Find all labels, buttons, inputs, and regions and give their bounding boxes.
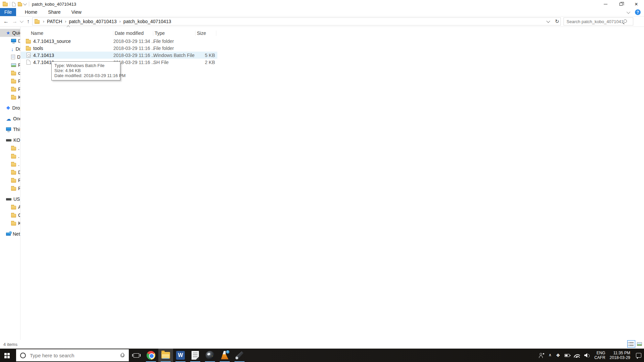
clock[interactable]: 11:35 PM 2018-03-29 [610, 351, 630, 360]
restore-button[interactable] [613, 0, 629, 8]
up-arrow-icon[interactable]: ↑ [27, 19, 30, 24]
file-row[interactable]: 4.7.10413_source2018-03-29 11:34 ...File… [21, 38, 217, 45]
address-dropdown-chevron-icon[interactable] [546, 19, 550, 23]
taskbar-app-sphere[interactable] [203, 349, 217, 362]
sidebar-item-p[interactable]: P [0, 184, 20, 192]
language-indicator[interactable]: ENG CAFR [594, 351, 605, 360]
action-center-icon[interactable] [636, 353, 641, 358]
sidebar-item-thispc[interactable]: This PC [0, 125, 20, 133]
ribbon-collapse-chevron-icon[interactable] [627, 10, 630, 13]
sidebar-item-[interactable]: . [0, 144, 20, 152]
taskbar-search[interactable] [16, 349, 129, 361]
current-folder-icon [35, 20, 40, 24]
taskbar-app-notepad[interactable] [188, 349, 203, 362]
taskbar-app-horn[interactable] [232, 349, 247, 362]
sidebar-item-label: Pictures [18, 62, 20, 68]
sidebar-item-k[interactable]: K [0, 219, 20, 227]
sidebar-item-c[interactable]: C [0, 211, 20, 219]
column-header-size[interactable]: Size [196, 31, 216, 36]
tab-home[interactable]: Home [19, 8, 43, 16]
file-name: tools [33, 46, 43, 51]
search-input[interactable] [564, 19, 623, 24]
sidebar-item-label: K [18, 221, 20, 226]
taskbar-app-explorer[interactable] [158, 349, 173, 362]
tooltip-line: Date modified: 2018-03-29 11:16 PM [54, 73, 117, 78]
microphone-icon[interactable] [120, 353, 124, 358]
sidebar-item-documents[interactable]: Documents [0, 53, 20, 61]
forward-arrow-icon[interactable]: → [12, 19, 17, 24]
sidebar-item-c[interactable]: c [0, 69, 20, 77]
refresh-icon[interactable]: ↻ [555, 18, 559, 24]
recent-locations-chevron-icon[interactable] [20, 19, 23, 23]
sidebar-item-k[interactable]: K [0, 93, 20, 101]
sidebar-item-pictures[interactable]: Pictures [0, 61, 20, 69]
minimize-button[interactable] [598, 0, 613, 8]
taskbar-app-word[interactable]: W [173, 349, 188, 362]
explorer-icon [161, 352, 170, 359]
tab-file[interactable]: File [0, 8, 16, 16]
back-arrow-icon[interactable]: ← [3, 19, 9, 24]
sidebar-item-a[interactable]: A [0, 203, 20, 211]
address-bar-row: ← → ↑ ›PATCH›patch_kobo_40710413›patch_k… [0, 16, 644, 27]
taskbar-app-chrome[interactable] [144, 349, 158, 362]
column-header-type[interactable]: Type [153, 31, 196, 36]
sidebar-item-onedrive[interactable]: ☁OneDrive [0, 115, 20, 123]
breadcrumb-item[interactable]: patch_kobo_40710413 [67, 19, 118, 24]
large-icons-view-button[interactable] [635, 340, 643, 348]
dropbox-icon: ❖ [6, 106, 10, 110]
people-icon[interactable] [539, 353, 544, 358]
sidebar-item-quickaccess[interactable]: ★Quick access [0, 29, 20, 37]
sidebar-item-[interactable]: . [0, 152, 20, 160]
sidebar-item-p[interactable]: P [0, 176, 20, 184]
check-document-icon[interactable] [12, 2, 16, 6]
column-header-name[interactable]: Name [21, 31, 113, 36]
close-button[interactable]: ✕ [629, 0, 644, 8]
sidebar-item-label: Downloads [16, 46, 20, 52]
address-bar[interactable]: ›PATCH›patch_kobo_40710413›patch_kobo_40… [32, 17, 561, 25]
details-view-button[interactable] [627, 340, 635, 348]
tab-view[interactable]: View [66, 8, 87, 16]
quick-access-toolbar [0, 2, 29, 6]
sidebar-item-label: Network [13, 231, 20, 237]
sidebar-item-downloads[interactable]: ↓Downloads [0, 45, 20, 53]
system-tray: ∧ ❖ ENG CAFR 11:35 PM 2018-03-29 [539, 349, 644, 362]
file-type: File folder [153, 39, 196, 44]
folder-file-icon [26, 47, 31, 51]
sidebar-item-label: K [18, 95, 20, 100]
breadcrumb-item[interactable]: patch_kobo_40710413 [122, 19, 172, 24]
search-icon[interactable] [623, 19, 627, 23]
help-icon[interactable]: ? [635, 9, 641, 15]
file-name: 4.7.10413_source [33, 39, 71, 44]
network-icon [6, 233, 11, 236]
sidebar-item-[interactable]: . [0, 160, 20, 168]
details-view-icon [629, 342, 634, 346]
sidebar-item-us[interactable]: US [0, 195, 20, 203]
folder-icon[interactable] [18, 3, 22, 6]
taskbar-search-input[interactable] [26, 353, 120, 358]
sidebar-item-label: US [13, 196, 20, 202]
sidebar-item-dropbox[interactable]: ❖Dropbox [0, 104, 20, 112]
qat-customize-chevron-icon[interactable] [23, 2, 27, 5]
search-box[interactable] [564, 17, 633, 25]
taskbar-app-task-view[interactable] [129, 349, 144, 362]
sidebar-item-d[interactable]: D [0, 168, 20, 176]
column-header-date-modified[interactable]: Date modified [113, 31, 153, 36]
battery-icon[interactable] [565, 354, 570, 357]
start-button[interactable] [0, 349, 16, 362]
sidebar-item-p[interactable]: P [0, 77, 20, 85]
doc-file-icon [26, 60, 31, 65]
taskbar-app-flask[interactable] [217, 349, 232, 362]
sidebar-item-network[interactable]: Network [0, 230, 20, 238]
sidebar-item-ko[interactable]: KO [0, 136, 20, 144]
wifi-icon[interactable] [574, 353, 580, 358]
breadcrumb-item[interactable]: PATCH [46, 19, 63, 24]
folder-icon [11, 171, 16, 175]
sidebar-item-desktop[interactable]: Desktop [0, 37, 20, 45]
volume-icon[interactable] [584, 353, 590, 358]
tab-share[interactable]: Share [43, 8, 66, 16]
file-row[interactable]: 4.7.104132018-03-29 11:16 ...Windows Bat… [21, 52, 217, 59]
dropbox-tray-icon[interactable]: ❖ [556, 353, 560, 358]
hidden-icons-chevron-icon[interactable]: ∧ [549, 353, 552, 357]
sidebar-item-p[interactable]: P [0, 85, 20, 93]
file-row[interactable]: tools2018-03-29 11:16 ...File folder [21, 45, 217, 52]
